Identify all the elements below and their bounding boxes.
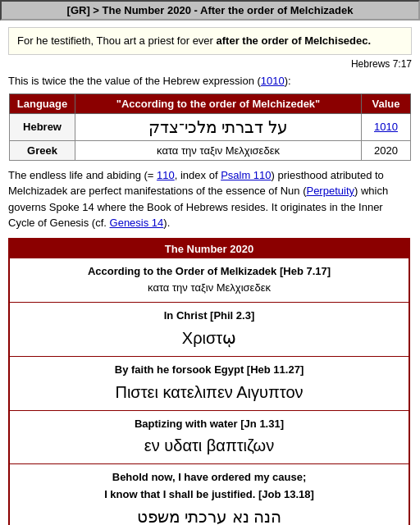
row-label: By faith he forsook Egypt [Heb 11.27] bbox=[115, 363, 304, 376]
num2020-row: According to the Order of Melkizadek [He… bbox=[10, 258, 409, 303]
col-value: Value bbox=[362, 94, 411, 113]
table-cell-language: Greek bbox=[10, 140, 75, 160]
table-cell-phrase: κατα την ταξιν Μελχισεδεκ bbox=[75, 140, 362, 160]
greek-text: εν υδατι βαπτιζων bbox=[16, 432, 402, 459]
num2020-title: The Number 2020 bbox=[10, 240, 409, 258]
body-text2: , index of bbox=[175, 169, 221, 181]
greek-text: κατα την ταξιν Μελχισεδεκ bbox=[16, 280, 402, 297]
scripture-text-plain: For he testifieth, Thou art a priest for… bbox=[17, 34, 217, 47]
col-phrase: "According to the order of Melchizedek" bbox=[75, 94, 362, 113]
value-link[interactable]: 1010 bbox=[374, 121, 398, 133]
body-text1: The endless life and abiding (= bbox=[8, 169, 157, 181]
table-cell-phrase: על דברתי מלכי־צדק bbox=[75, 113, 362, 140]
page-header: [GR] > The Number 2020 - After the order… bbox=[0, 0, 420, 21]
intro-link[interactable]: 1010 bbox=[261, 75, 285, 87]
body-paragraph: The endless life and abiding (= 110, ind… bbox=[8, 167, 412, 231]
body-link2[interactable]: Psalm 110 bbox=[221, 169, 271, 181]
num2020-row: Baptizing with water [Jn 1.31] εν υδατι … bbox=[10, 410, 409, 464]
num2020-section: The Number 2020 According to the Order o… bbox=[8, 238, 410, 526]
num2020-row: By faith he forsook Egypt [Heb 11.27] Πι… bbox=[10, 356, 409, 410]
scripture-reference: Hebrews 7:17 bbox=[8, 58, 412, 70]
hebrew-text1: הנה נא ערכתי משפט bbox=[16, 504, 402, 525]
greek-phrase: κατα την ταξιν Μελχισεδεκ bbox=[157, 144, 280, 157]
row-label: Behold now, I have ordered my cause;I kn… bbox=[104, 471, 314, 500]
row-label: Baptizing with water [Jn 1.31] bbox=[135, 418, 284, 430]
body-link3[interactable]: Perpetuity bbox=[306, 185, 354, 197]
main-table: Language "According to the order of Melc… bbox=[9, 94, 411, 161]
greek-text: Χριστῳ bbox=[16, 325, 402, 351]
table-cell-language: Hebrew bbox=[10, 113, 75, 140]
scripture-box: For he testifieth, Thou art a priest for… bbox=[8, 27, 412, 55]
intro-after: ): bbox=[285, 75, 291, 87]
body-text5: ). bbox=[163, 217, 170, 229]
body-link4[interactable]: Genesis 14 bbox=[110, 217, 164, 229]
table-row: Hebrewעל דברתי מלכי־צדק1010 bbox=[10, 113, 411, 140]
hebrew-phrase: על דברתי מלכי־צדק bbox=[148, 118, 288, 136]
intro-before: This is twice the the value of the Hebre… bbox=[8, 75, 261, 87]
intro-text: This is twice the the value of the Hebre… bbox=[8, 75, 412, 87]
greek-text: Πιστει κατελιπεν Αιγυπτον bbox=[16, 379, 402, 405]
table-cell-value: 2020 bbox=[362, 140, 411, 160]
num2020-row: Behold now, I have ordered my cause;I kn… bbox=[10, 463, 409, 525]
row-label: In Christ [Phil 2.3] bbox=[164, 309, 255, 322]
table-cell-value[interactable]: 1010 bbox=[362, 113, 411, 140]
table-row: Greekκατα την ταξιν Μελχισεδεκ2020 bbox=[10, 140, 411, 160]
row-label: According to the Order of Melkizadek [He… bbox=[88, 265, 331, 277]
num2020-row: In Christ [Phil 2.3] Χριστῳ bbox=[10, 302, 409, 356]
col-language: Language bbox=[10, 94, 75, 113]
body-link1[interactable]: 110 bbox=[157, 169, 175, 181]
scripture-text-bold: after the order of Melchisedec. bbox=[217, 34, 372, 47]
